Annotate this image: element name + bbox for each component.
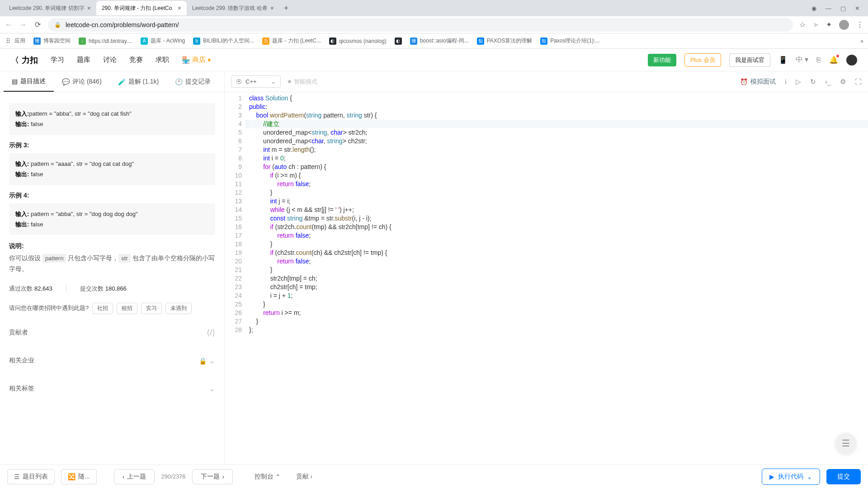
play-icon[interactable]: ▷	[796, 78, 801, 86]
close-icon[interactable]: ×	[87, 5, 91, 12]
code-editor[interactable]: 1234567891011121314151617181920212223242…	[225, 92, 868, 465]
prev-problem-button[interactable]: ‹上一题	[114, 469, 155, 484]
code-inline: str	[118, 254, 130, 263]
avatar[interactable]	[846, 55, 857, 66]
run-code-button[interactable]: ▶执行代码⌄	[762, 469, 820, 485]
browser-tab-1[interactable]: 290. 单词规律 - 力扣 (LeetCo ×	[96, 1, 187, 15]
nav-jobs[interactable]: 求职	[156, 56, 169, 64]
extensions-icon[interactable]: ✦	[826, 20, 832, 29]
random-button[interactable]: 🔀随...	[61, 469, 97, 484]
apps-shortcut[interactable]: ⠿应用	[5, 37, 25, 45]
menu-icon[interactable]: ⋮	[856, 20, 863, 29]
bookmark-label: 题库 - AcWing	[151, 37, 185, 45]
settings-icon[interactable]: ⚙	[840, 78, 846, 86]
leetcode-logo[interactable]: 〈力扣	[11, 55, 38, 66]
star-icon[interactable]: ☆	[799, 20, 806, 29]
language-label: C++	[245, 78, 257, 85]
reload-icon[interactable]: ⟳	[33, 20, 42, 29]
nav-learn[interactable]: 学习	[51, 56, 64, 64]
related-tags-row[interactable]: 相关标签 ⌄	[9, 379, 215, 398]
minimize-icon[interactable]: ―	[826, 5, 831, 12]
url-input[interactable]: 🔒 leetcode-cn.com/problems/word-pattern/	[48, 18, 793, 32]
nav-store[interactable]: 🏪商店 ▾	[182, 56, 211, 64]
lock-icon: 🔒	[199, 357, 207, 365]
nav-discuss[interactable]: 讨论	[103, 56, 117, 64]
close-icon[interactable]: ×	[178, 5, 181, 12]
url-text: leetcode-cn.com/problems/word-pattern/	[66, 21, 179, 28]
feedback-button[interactable]: ☰	[835, 433, 856, 454]
hiring-option-campus[interactable]: 校招	[117, 303, 137, 314]
mock-interview-button[interactable]: ⏰模拟面试	[740, 78, 776, 86]
bookmark-item[interactable]: 知Paxos理论介绍(1):...	[540, 37, 599, 45]
tab-solutions[interactable]: 🧪题解 (1.1k)	[110, 71, 167, 92]
stat-label: 通过次数	[9, 285, 33, 292]
example-4-title: 示例 4:	[9, 192, 215, 200]
bookmark-item[interactable]: 知PAXOS算法的理解	[477, 37, 532, 45]
hiring-option-intern[interactable]: 实习	[141, 303, 162, 314]
alarm-icon: ⏰	[740, 78, 748, 85]
plus-button[interactable]: Plus 会员	[684, 53, 721, 67]
bookmark-item[interactable]: ◐	[395, 38, 402, 45]
maximize-icon[interactable]: ▢	[840, 5, 846, 12]
bookmark-item[interactable]: 博博客园空间	[33, 37, 71, 45]
section-label: 相关企业	[9, 357, 34, 365]
stats-row: 通过次数82,643 提交次数180,866	[9, 285, 215, 293]
input-value: pattern = "abba", str = "dog dog dog dog…	[31, 211, 138, 217]
bookmark-item[interactable]: A题库 - AcWing	[141, 37, 185, 45]
new-feature-button[interactable]: 新功能	[648, 54, 676, 66]
code-area[interactable]: class Solution {public: bool wordPattern…	[245, 92, 868, 465]
bookmark-item[interactable]: 博boost::asio编程-同...	[410, 37, 469, 45]
hiring-option-social[interactable]: 社招	[92, 303, 113, 314]
profile-icon[interactable]	[839, 20, 849, 30]
phone-icon[interactable]: 📱	[778, 56, 788, 64]
bookmarks-overflow-icon[interactable]: »	[860, 38, 863, 44]
related-companies-row[interactable]: 相关企业 🔒 ⌄	[9, 351, 215, 370]
send-icon[interactable]: ➤	[813, 20, 819, 29]
terminal-icon[interactable]: ›_	[825, 78, 831, 85]
language-toggle[interactable]: 中 ▾	[796, 55, 808, 65]
back-icon[interactable]: ←	[5, 21, 13, 29]
gift-icon[interactable]: ⎘	[816, 56, 821, 64]
status-dot-icon	[288, 80, 291, 83]
note-title: 说明:	[9, 242, 215, 250]
close-icon[interactable]: ×	[270, 5, 274, 12]
tab-label: 题解 (1.1k)	[128, 78, 159, 86]
tab-label: 题目描述	[20, 77, 46, 85]
submit-button[interactable]: 提交	[826, 469, 861, 484]
language-select[interactable]: ⦿ C++ ⌄	[231, 75, 281, 88]
problem-list-button[interactable]: ☰题目列表	[7, 469, 55, 484]
new-tab-button[interactable]: +	[279, 4, 293, 13]
nav-contest[interactable]: 竞赛	[129, 56, 143, 64]
info-icon[interactable]: i	[785, 78, 786, 85]
tab-comments[interactable]: 💬评论 (846)	[54, 71, 110, 92]
close-window-icon[interactable]: ✕	[855, 5, 860, 12]
btn-label: 随...	[78, 473, 90, 481]
tab-submissions[interactable]: 🕐提交记录	[167, 71, 219, 92]
smart-mode-toggle[interactable]: 智能模式	[288, 78, 317, 86]
fullscreen-icon[interactable]: ⛶	[855, 78, 862, 85]
bell-icon[interactable]: 🔔	[829, 56, 838, 64]
nav-problems[interactable]: 题库	[77, 56, 90, 64]
record-icon[interactable]: ◉	[811, 5, 816, 12]
browser-tab-0[interactable]: Leetcode 290. 单词规律 切割字 ×	[4, 1, 96, 15]
bookmark-label: 博客园空间	[43, 37, 71, 45]
tab-description[interactable]: ▤题目描述	[4, 71, 54, 92]
bookmark-item[interactable]: ◐qicosmos (nanolog)	[329, 38, 387, 45]
header-right: 新功能 Plus 会员 我是面试官 📱 中 ▾ ⎘ 🔔	[648, 53, 857, 67]
bookmark-item[interactable]: ↓https://dl.bintray....	[79, 38, 132, 45]
hiring-option-none[interactable]: 未遇到	[165, 303, 192, 314]
browser-tab-2[interactable]: Leetcode 299. 猜数字游戏 哈希 ×	[187, 1, 279, 15]
reset-icon[interactable]: ↻	[810, 78, 816, 86]
leetcode-header: 〈力扣 学习 题库 讨论 竞赛 求职 🏪商店 ▾ 新功能 Plus 会员 我是面…	[0, 49, 868, 71]
bookmark-item[interactable]: bBILIBILI的个人空间...	[193, 37, 254, 45]
chevron-down-icon: ⌄	[271, 78, 276, 85]
contribute-link[interactable]: 贡献 i	[296, 473, 311, 481]
bookmarks-bar: ⠿应用 博博客园空间 ↓https://dl.bintray.... A题库 -…	[0, 33, 868, 49]
input-label: 输入:	[15, 110, 29, 117]
contributor-row[interactable]: 贡献者 ⟨/⟩	[9, 323, 215, 342]
next-problem-button[interactable]: 下一题›	[192, 469, 233, 484]
console-toggle[interactable]: 控制台 ⌃	[255, 473, 281, 481]
interviewer-button[interactable]: 我是面试官	[729, 53, 770, 67]
bookmark-item[interactable]: 力题库 - 力扣 (LeetC...	[262, 37, 321, 45]
output-value: false	[31, 221, 43, 228]
